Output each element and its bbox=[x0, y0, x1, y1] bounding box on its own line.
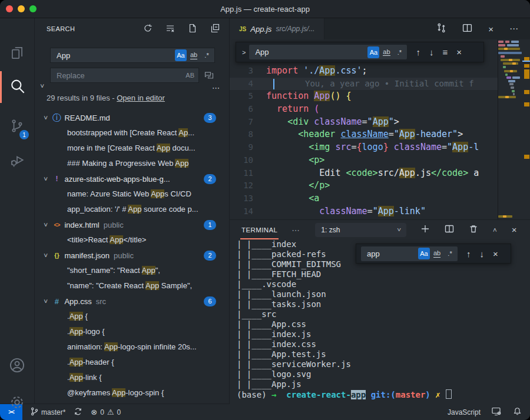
code-line[interactable]: 7 <div className="App"> bbox=[230, 116, 498, 129]
clear-results-icon[interactable] bbox=[165, 24, 175, 35]
open-changes-icon[interactable] bbox=[436, 23, 446, 35]
sidebar-item-source-control[interactable]: 1 bbox=[0, 112, 34, 142]
sync-status[interactable] bbox=[74, 407, 82, 418]
sidebar-item-explorer[interactable] bbox=[0, 39, 34, 69]
chevron-down-icon[interactable]: > bbox=[42, 254, 49, 257]
terminal-output[interactable]: | |____index| |____packed-refs| |____COM… bbox=[237, 239, 530, 405]
search-match-row[interactable]: more in the [Create React App docu... bbox=[35, 141, 229, 156]
kill-terminal-icon[interactable] bbox=[469, 224, 478, 235]
overview-ruler[interactable] bbox=[522, 39, 530, 219]
split-editor-icon[interactable] bbox=[462, 23, 472, 35]
account-button[interactable] bbox=[0, 352, 34, 381]
regex-toggle[interactable]: .* bbox=[444, 248, 456, 259]
find-in-selection-icon[interactable]: ≡ bbox=[442, 48, 448, 56]
search-match-row[interactable]: app_location: '/' # App source code p... bbox=[35, 202, 229, 217]
search-input[interactable] bbox=[55, 51, 174, 61]
close-find-icon[interactable]: × bbox=[493, 249, 498, 258]
replace-all-icon[interactable] bbox=[204, 71, 214, 80]
search-match-row[interactable]: animation: App-logo-spin infinite 20s... bbox=[35, 339, 229, 355]
match-case-toggle[interactable]: Aa bbox=[367, 46, 379, 58]
title-bar[interactable]: App.js — create-react-app bbox=[0, 0, 530, 18]
zoom-window-button[interactable] bbox=[29, 5, 37, 12]
code-line[interactable]: 13 <a bbox=[230, 192, 498, 205]
search-match-row[interactable]: @keyframes App-logo-spin { bbox=[35, 385, 229, 401]
next-match-icon[interactable]: ↓ bbox=[429, 48, 434, 56]
search-file-row[interactable]: >ⓘREADME.md3 bbox=[35, 110, 229, 125]
editor-more-actions-icon[interactable]: ⋯ bbox=[509, 24, 518, 34]
terminal-find-input[interactable] bbox=[366, 249, 417, 259]
language-indicator[interactable]: JavaScript bbox=[448, 408, 481, 416]
match-case-toggle[interactable]: Aa bbox=[175, 49, 187, 61]
close-find-icon[interactable]: × bbox=[456, 48, 462, 56]
code-line[interactable]: 11 Edit <code>src/App.js</code> a bbox=[230, 167, 498, 180]
search-file-row[interactable]: >{}manifest.jsonpublic2 bbox=[35, 248, 229, 263]
new-search-editor-icon[interactable] bbox=[188, 24, 197, 35]
whole-word-toggle[interactable]: ab bbox=[380, 46, 392, 58]
minimap[interactable] bbox=[498, 39, 522, 219]
settings-button[interactable] bbox=[0, 389, 34, 418]
replace-input[interactable] bbox=[55, 71, 183, 81]
search-match-row[interactable]: .App-header { bbox=[35, 355, 229, 370]
next-match-icon[interactable]: ↓ bbox=[480, 249, 485, 258]
close-editor-icon[interactable]: × bbox=[488, 24, 493, 34]
chevron-down-icon[interactable]: > bbox=[42, 299, 49, 303]
code-line[interactable]: 8 <header className="App-header"> bbox=[230, 128, 498, 141]
code-line[interactable]: 5function App() { bbox=[230, 90, 498, 103]
code-line[interactable]: 10 <p> bbox=[230, 154, 498, 167]
toggle-replace-chevron[interactable]: > bbox=[37, 81, 48, 91]
preserve-case-toggle[interactable]: AB bbox=[186, 72, 194, 79]
search-match-row[interactable]: "name": "Create React App Sample", bbox=[35, 278, 229, 294]
sidebar-item-run-debug[interactable] bbox=[0, 146, 34, 176]
search-file-row[interactable]: >!azure-static-web-apps-blue-g...2 bbox=[35, 171, 229, 186]
tab-terminal[interactable]: TERMINAL bbox=[240, 220, 279, 239]
search-match-row[interactable]: .App-link { bbox=[35, 370, 229, 385]
code-line[interactable]: 3import './App.css'; bbox=[230, 65, 498, 78]
match-case-toggle[interactable]: Aa bbox=[418, 248, 430, 259]
notifications-bell-icon[interactable] bbox=[513, 407, 522, 418]
problems-status[interactable]: ⊗ 0 ⚠ 0 bbox=[91, 408, 121, 416]
collapse-all-icon[interactable] bbox=[210, 24, 220, 35]
search-match-row[interactable]: <title>React App</title> bbox=[35, 232, 229, 248]
refresh-icon[interactable] bbox=[143, 24, 153, 35]
code-line[interactable]: 9 <img src={logo} className="App-l bbox=[230, 141, 498, 154]
previous-match-icon[interactable]: ↑ bbox=[466, 249, 471, 258]
minimize-window-button[interactable] bbox=[18, 5, 25, 12]
previous-match-icon[interactable]: ↑ bbox=[416, 48, 420, 56]
code-editor[interactable]: 3import './App.css';4You, a year ago • I… bbox=[230, 39, 530, 219]
chevron-down-icon[interactable]: > bbox=[42, 223, 49, 226]
split-terminal-icon[interactable] bbox=[445, 224, 454, 235]
code-line[interactable]: 4You, a year ago • Initial commit f bbox=[230, 78, 498, 91]
search-match-row[interactable]: bootstrapped with [Create React Ap... bbox=[35, 125, 229, 141]
regex-toggle[interactable]: .* bbox=[393, 46, 405, 58]
new-terminal-icon[interactable] bbox=[420, 224, 430, 235]
panel-more-icon[interactable]: ⋯ bbox=[292, 225, 300, 235]
search-match-row[interactable]: .App-logo { bbox=[35, 324, 229, 339]
find-expand-chevron[interactable]: > bbox=[242, 49, 246, 56]
tab-app-js[interactable]: JS App.js src/App.js/... bbox=[230, 18, 324, 39]
branch-status[interactable]: master* bbox=[31, 407, 65, 418]
whole-word-toggle[interactable]: ab bbox=[431, 248, 443, 259]
search-file-row[interactable]: >#App.csssrc6 bbox=[35, 294, 229, 309]
open-in-editor-link[interactable]: Open in editor bbox=[117, 94, 165, 102]
find-input[interactable] bbox=[254, 47, 366, 57]
whole-word-toggle[interactable]: ab bbox=[188, 49, 200, 61]
search-match-row[interactable]: .App { bbox=[35, 309, 229, 324]
sidebar-item-search[interactable] bbox=[0, 72, 34, 102]
search-file-row[interactable]: ><>index.htmlpublic1 bbox=[35, 217, 229, 232]
chevron-down-icon[interactable]: > bbox=[42, 177, 49, 181]
search-details-more[interactable]: ⋯ bbox=[35, 83, 229, 92]
code-line[interactable]: 12 </p> bbox=[230, 179, 498, 192]
feedback-icon[interactable] bbox=[492, 407, 502, 418]
code-line[interactable]: 6 return ( bbox=[230, 103, 498, 116]
terminal-line: | |____launch.json bbox=[237, 289, 530, 299]
close-panel-icon[interactable]: × bbox=[512, 225, 517, 235]
terminal-instance-select[interactable]: 1: zsh > bbox=[315, 223, 406, 237]
regex-toggle[interactable]: .* bbox=[201, 49, 213, 61]
close-window-button[interactable] bbox=[6, 5, 13, 12]
search-match-row[interactable]: "short_name": "React App", bbox=[35, 263, 229, 278]
code-line[interactable]: 14 className="App-link" bbox=[230, 205, 498, 218]
chevron-down-icon[interactable]: > bbox=[42, 116, 49, 119]
search-match-row[interactable]: ### Making a Progressive Web App bbox=[35, 156, 229, 171]
search-match-row[interactable]: name: Azure Static Web Apps CI/CD bbox=[35, 186, 229, 202]
maximize-panel-icon[interactable]: > bbox=[492, 228, 499, 231]
